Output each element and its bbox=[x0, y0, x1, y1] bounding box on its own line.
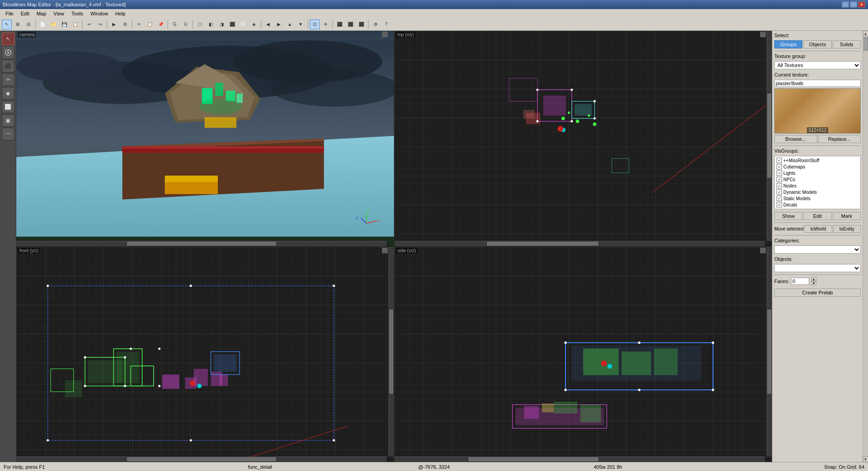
categories-select[interactable] bbox=[774, 245, 861, 254]
panel-scroll-track[interactable] bbox=[863, 36, 868, 457]
toolbar-compile[interactable]: ⚙ bbox=[120, 19, 130, 29]
toolbar-align3[interactable]: ▲ bbox=[285, 19, 295, 29]
side-scrollbar-v[interactable] bbox=[767, 310, 771, 394]
toolbar-transform5[interactable]: ⬜ bbox=[238, 19, 248, 29]
faces-input[interactable] bbox=[791, 278, 809, 285]
texture-preview[interactable]: 512×512 bbox=[774, 88, 861, 134]
to-world-button[interactable]: toWorld bbox=[804, 225, 832, 233]
side-expand[interactable]: □ bbox=[760, 248, 766, 253]
browse-button[interactable]: Browse... bbox=[774, 135, 817, 143]
visgroup-cubemaps[interactable]: ✓ Cubemaps bbox=[776, 163, 859, 170]
toolbar-copy[interactable]: 📋 bbox=[145, 19, 155, 29]
visgroup-cb-1[interactable]: ✓ bbox=[777, 158, 782, 163]
edit-button[interactable]: Edit bbox=[803, 212, 831, 220]
tool-vertex[interactable]: ◆ bbox=[2, 87, 14, 100]
menu-edit[interactable]: Edit bbox=[17, 9, 33, 18]
toolbar-transform2[interactable]: ◧ bbox=[206, 19, 216, 29]
side-scrollthumb-h[interactable] bbox=[469, 457, 598, 461]
camera-scrollthumb-h[interactable] bbox=[127, 242, 275, 245]
toolbar-open[interactable]: 📁 bbox=[48, 19, 58, 29]
viewport-camera[interactable]: camera □ bbox=[16, 31, 394, 246]
toolbar-group[interactable]: G bbox=[170, 19, 180, 29]
menu-map[interactable]: Map bbox=[33, 9, 50, 18]
solids-button[interactable]: Solids bbox=[833, 40, 861, 48]
tool-brush[interactable]: ⬛ bbox=[2, 60, 14, 72]
side-scrollbar-v[interactable] bbox=[767, 247, 772, 457]
panel-scroll-up[interactable]: ▲ bbox=[863, 31, 868, 36]
front-scrollthumb-v[interactable] bbox=[389, 310, 393, 394]
top-expand[interactable]: □ bbox=[760, 32, 766, 37]
side-scrollbar-h[interactable] bbox=[394, 457, 765, 462]
menu-tools[interactable]: Tools bbox=[68, 9, 87, 18]
toolbar-transform1[interactable]: ⬡ bbox=[195, 19, 205, 29]
visgroup-cb-6[interactable]: ✓ bbox=[777, 189, 782, 195]
to-entity-button[interactable]: toEntity bbox=[833, 225, 861, 233]
top-scrollbar-v[interactable] bbox=[767, 31, 772, 241]
visgroup-cb-4[interactable]: ✓ bbox=[777, 177, 782, 182]
visgroup-dynamic[interactable]: ✓ Dynamic Models bbox=[776, 189, 859, 195]
visgroup-nodes[interactable]: ✓ Nodes bbox=[776, 183, 859, 189]
visgroup-cb-7[interactable]: ✓ bbox=[777, 196, 782, 201]
tool-decal[interactable]: ⬜ bbox=[2, 101, 14, 113]
toolbar-settings[interactable]: ⚙ bbox=[370, 19, 380, 29]
top-scrollthumb-h[interactable] bbox=[487, 242, 598, 245]
toolbar-move-mode[interactable]: ✛ bbox=[321, 19, 331, 29]
viewport-front[interactable]: front (y/z) □ bbox=[16, 247, 394, 462]
toolbar-help2[interactable]: ? bbox=[381, 19, 391, 29]
toolbar-grid[interactable]: ⊟ bbox=[24, 19, 34, 29]
faces-up[interactable]: ▲ bbox=[811, 277, 816, 281]
front-scrollbar-v[interactable] bbox=[388, 247, 394, 457]
viewport-top[interactable]: top (x/y) □ bbox=[394, 31, 772, 246]
panel-scrollbar[interactable]: ▲ ▼ bbox=[863, 31, 868, 462]
tool-clip[interactable]: ✂ bbox=[2, 73, 14, 86]
groups-button[interactable]: Groups bbox=[774, 40, 802, 48]
create-prelab-button[interactable]: Create Prelab bbox=[774, 288, 861, 297]
texture-group-select[interactable]: All Textures bbox=[774, 61, 861, 69]
visgroup-cb-5[interactable]: ✓ bbox=[777, 183, 782, 188]
camera-scrollbar-h[interactable] bbox=[16, 241, 387, 246]
toolbar-save-as[interactable]: 📋 bbox=[70, 19, 80, 29]
toolbar-align2[interactable]: ▶ bbox=[274, 19, 284, 29]
tool-overlay[interactable]: ▣ bbox=[2, 114, 14, 127]
tool-path[interactable]: 〰 bbox=[2, 128, 14, 140]
menu-window[interactable]: Window bbox=[86, 9, 111, 18]
faces-down[interactable]: ▼ bbox=[811, 281, 816, 285]
panel-scroll-down[interactable]: ▼ bbox=[863, 457, 868, 462]
menu-view[interactable]: View bbox=[50, 9, 68, 18]
toolbar-magnify[interactable]: ⊞ bbox=[13, 19, 23, 29]
maximize-button[interactable]: □ bbox=[850, 1, 857, 8]
toolbar-new[interactable]: 📄 bbox=[38, 19, 48, 29]
visgroup-decals[interactable]: ✓ Decals bbox=[776, 202, 859, 208]
toolbar-select[interactable]: ↖ bbox=[2, 19, 12, 29]
toolbar-transform3[interactable]: ◨ bbox=[216, 19, 226, 29]
close-button[interactable]: ✕ bbox=[858, 1, 865, 8]
front-scrollbar-h[interactable] bbox=[16, 457, 387, 462]
toolbar-ungroup[interactable]: U bbox=[181, 19, 191, 29]
toolbar-color1[interactable]: ⬛ bbox=[335, 19, 345, 29]
visgroup-cb-3[interactable]: ✓ bbox=[777, 170, 782, 176]
visgroup-lights[interactable]: ✓ Lights bbox=[776, 170, 859, 176]
mark-button[interactable]: Mark bbox=[833, 212, 861, 220]
camera-expand[interactable]: □ bbox=[382, 32, 388, 37]
toolbar-save[interactable]: 💾 bbox=[59, 19, 69, 29]
toolbar-align4[interactable]: ▼ bbox=[296, 19, 306, 29]
show-button[interactable]: Show bbox=[774, 212, 802, 220]
front-scrollthumb-h[interactable] bbox=[127, 457, 275, 461]
objects-button[interactable]: Objects bbox=[803, 40, 831, 48]
toolbar-transform4[interactable]: ⬛ bbox=[227, 19, 237, 29]
toolbar-align1[interactable]: ◀ bbox=[263, 19, 273, 29]
objects-select[interactable] bbox=[774, 264, 861, 272]
tool-pointer[interactable]: ↖ bbox=[2, 33, 14, 45]
front-expand[interactable]: □ bbox=[382, 248, 388, 253]
toolbar-paste[interactable]: 📌 bbox=[156, 19, 166, 29]
panel-scroll-thumb[interactable] bbox=[863, 37, 868, 51]
viewport-side[interactable]: side (x/z) □ bbox=[394, 247, 772, 462]
toolbar-run[interactable]: ▶ bbox=[109, 19, 119, 29]
visgroup-static[interactable]: ✓ Static Models bbox=[776, 195, 859, 202]
visgroup-cb-8[interactable]: ✓ bbox=[777, 202, 782, 207]
toolbar-transform6[interactable]: ◈ bbox=[249, 19, 259, 29]
toolbar-color2[interactable]: ⬛ bbox=[345, 19, 355, 29]
visgroup-cb-2[interactable]: ✓ bbox=[777, 164, 782, 169]
replace-button[interactable]: Replace... bbox=[818, 135, 861, 143]
toolbar-undo[interactable]: ↩ bbox=[84, 19, 94, 29]
